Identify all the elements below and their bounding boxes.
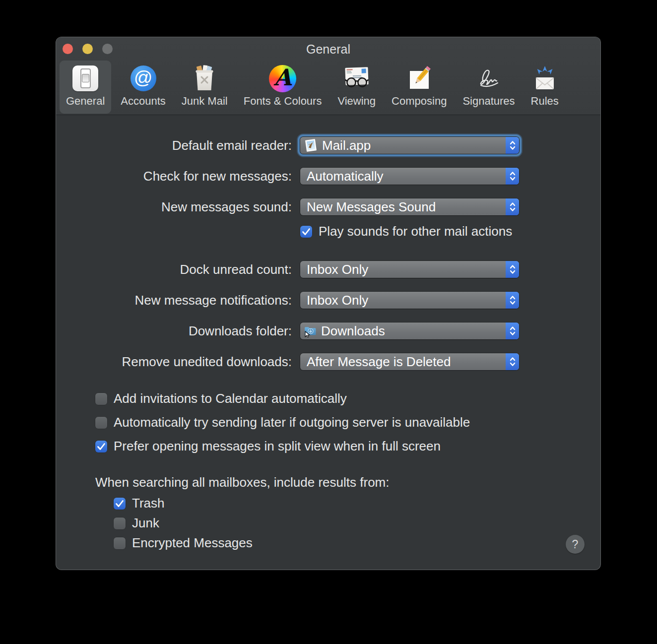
downloads-folder-icon [304,325,317,337]
dock-unread-count-label: Dock unread count: [56,261,292,278]
tab-label: Junk Mail [182,95,228,108]
default-email-reader-label: Default email reader: [56,137,292,154]
play-sounds-label: Play sounds for other mail actions [319,224,512,240]
remove-unedited-downloads-select[interactable]: After Message is Deleted [300,353,519,370]
letter-a-rainbow-icon: A [269,63,296,94]
add-invitations-label: Add invitations to Calendar automaticall… [114,391,347,407]
chevron-up-down-icon [506,137,519,154]
tab-accounts[interactable]: @ Accounts [114,61,172,114]
search-junk-label: Junk [132,515,159,532]
dock-unread-count-select[interactable]: Inbox Only [300,261,519,278]
minimize-button[interactable] [82,44,93,54]
envelope-arrows-icon [531,63,559,94]
tab-label: Rules [531,95,559,108]
chevron-up-down-icon [506,168,519,185]
window-title: General [56,37,600,61]
tab-fonts-colours[interactable]: A Fonts & Colours [237,61,328,114]
help-button[interactable]: ? [566,535,585,554]
select-value: Automatically [300,169,384,184]
chevron-up-down-icon [506,292,519,309]
tab-label: Signatures [462,95,515,108]
search-trash-checkbox[interactable] [114,498,126,510]
downloads-folder-label: Downloads folder: [56,322,292,339]
tab-viewing[interactable]: Viewing [331,61,382,114]
split-view-checkbox[interactable] [95,441,107,452]
select-value: Inbox Only [300,262,368,277]
select-value: Inbox Only [300,293,368,308]
zoom-button[interactable] [102,44,113,54]
new-messages-sound-select[interactable]: New Messages Sound [300,198,519,215]
at-sign-icon: @ [131,63,156,94]
question-mark-icon: ? [572,538,579,551]
tab-label: Accounts [121,95,166,108]
new-messages-sound-label: New messages sound: [56,198,292,215]
chevron-up-down-icon [506,353,519,370]
check-new-messages-label: Check for new messages: [56,168,292,185]
close-button[interactable] [63,44,73,54]
add-invitations-checkbox[interactable] [95,393,107,405]
play-sounds-checkbox[interactable] [300,226,312,238]
chevron-up-down-icon [506,198,519,215]
tab-signatures[interactable]: Signatures [456,61,521,114]
remove-unedited-downloads-label: Remove unedited downloads: [56,353,292,370]
default-email-reader-select[interactable]: Mail.app [300,137,519,154]
tab-junk-mail[interactable]: Junk Mail [175,61,234,114]
select-value: Downloads [317,323,385,339]
split-view-label: Prefer opening messages in split view wh… [114,439,441,455]
tab-composing[interactable]: Composing [385,61,453,114]
select-value: New Messages Sound [300,199,436,215]
select-value: After Message is Deleted [300,354,451,370]
tab-label: Fonts & Colours [244,95,322,108]
send-later-label: Automatically try sending later if outgo… [114,415,470,431]
preferences-toolbar: General @ Accounts [60,61,597,114]
mail-app-stamp-icon [304,138,318,152]
send-later-checkbox[interactable] [95,417,107,429]
envelope-glasses-icon [343,63,371,94]
page-pencil-icon [405,63,433,94]
signature-icon [475,63,503,94]
search-encrypted-label: Encrypted Messages [132,535,253,552]
tab-rules[interactable]: Rules [525,61,565,114]
mail-preferences-window: General General @ Accounts [56,37,600,570]
chevron-up-down-icon [506,261,519,278]
downloads-folder-select[interactable]: Downloads [300,322,519,339]
new-message-notifications-label: New message notifications: [56,292,292,309]
trash-bin-icon [191,63,218,94]
tab-label: Viewing [337,95,376,108]
general-switch-icon [72,63,98,94]
titlebar[interactable]: General [56,37,600,61]
search-mailboxes-heading: When searching all mailboxes, include re… [95,475,389,490]
new-message-notifications-select[interactable]: Inbox Only [300,292,519,309]
chevron-up-down-icon [506,322,519,339]
search-trash-label: Trash [132,496,165,512]
check-new-messages-select[interactable]: Automatically [300,168,519,185]
select-value: Mail.app [318,138,371,153]
tab-general[interactable]: General [60,61,111,114]
search-junk-checkbox[interactable] [114,517,126,529]
title-toolbar-area: General General @ Accounts [56,37,600,115]
tab-label: Composing [392,95,447,108]
search-encrypted-checkbox[interactable] [114,537,126,549]
tab-label: General [66,95,105,108]
